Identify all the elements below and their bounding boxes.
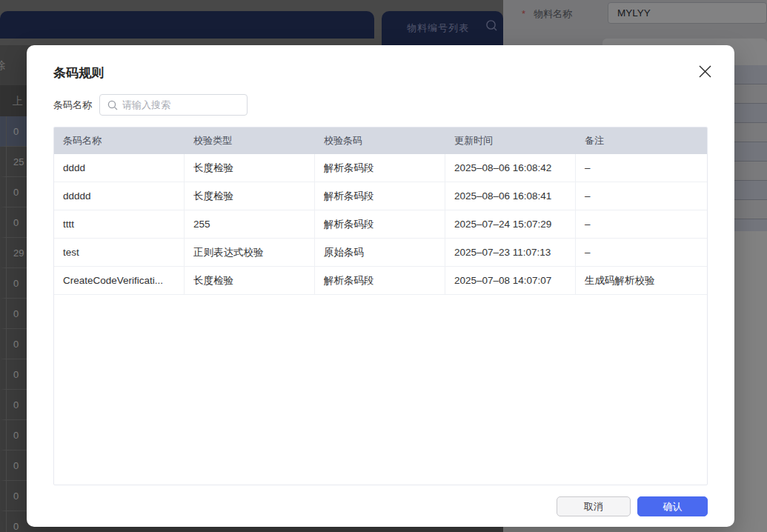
table-cell: 2025–08–06 16:08:41 [445, 182, 576, 210]
table-cell: 2025–07–24 15:07:29 [445, 210, 576, 238]
table-cell: – [576, 154, 707, 182]
column-header: 校验条码 [315, 127, 445, 154]
column-header: 备注 [576, 127, 707, 154]
column-header: 更新时间 [445, 127, 576, 154]
table-cell: 解析条码段 [315, 267, 445, 294]
table-body: dddd长度检验解析条码段2025–08–06 16:08:42–ddddd长度… [54, 154, 707, 295]
close-button[interactable] [696, 64, 714, 82]
column-header: 校验类型 [185, 127, 315, 154]
barcode-name-filter-label: 条码名称 [53, 99, 92, 112]
table-cell: – [576, 239, 707, 266]
table-cell: 长度检验 [185, 154, 315, 182]
search-filter-row: 条码名称 [53, 94, 248, 116]
table-cell: 解析条码段 [315, 182, 445, 210]
barcode-rules-table: 条码名称校验类型校验条码更新时间备注 dddd长度检验解析条码段2025–08–… [53, 127, 708, 485]
table-cell: 原始条码 [315, 239, 445, 266]
barcode-name-search-input[interactable] [122, 95, 245, 115]
cancel-button[interactable]: 取消 [557, 496, 631, 516]
table-row[interactable]: CreateCodeVerificati...长度检验解析条码段2025–07–… [54, 267, 707, 295]
table-cell: 解析条码段 [315, 210, 445, 238]
barcode-rules-dialog: 条码规则 条码名称 条码名称校验类型校验条码更新时间备注 dddd长度检验解析条… [27, 45, 734, 527]
table-cell: 正则表达式校验 [185, 239, 315, 266]
table-cell: CreateCodeVerificati... [54, 267, 185, 294]
dialog-footer: 取消 确认 [557, 496, 708, 516]
dialog-title: 条码规则 [53, 64, 104, 82]
table-row[interactable]: ddddd长度检验解析条码段2025–08–06 16:08:41– [54, 182, 707, 210]
table-cell: 2025–07–23 11:07:13 [445, 239, 576, 266]
table-cell: 长度检验 [185, 267, 315, 294]
table-row[interactable]: dddd长度检验解析条码段2025–08–06 16:08:42– [54, 154, 707, 182]
table-cell: dddd [54, 154, 185, 182]
table-cell: 255 [185, 210, 315, 238]
table-header-row: 条码名称校验类型校验条码更新时间备注 [54, 127, 707, 154]
table-cell: 2025–08–06 16:08:42 [445, 154, 576, 182]
table-cell: 生成码解析校验 [576, 267, 707, 294]
table-cell: 长度检验 [185, 182, 315, 210]
confirm-button[interactable]: 确认 [637, 496, 708, 516]
column-header: 条码名称 [54, 127, 185, 154]
table-row[interactable]: test正则表达式校验原始条码2025–07–23 11:07:13– [54, 239, 707, 267]
table-cell: ddddd [54, 182, 185, 210]
table-cell: tttt [54, 210, 185, 238]
table-cell: 2025–07–08 14:07:07 [445, 267, 576, 294]
search-icon [107, 100, 118, 110]
close-icon [698, 64, 712, 81]
table-cell: – [576, 182, 707, 210]
table-cell: test [54, 239, 185, 266]
table-row[interactable]: tttt255解析条码段2025–07–24 15:07:29– [54, 210, 707, 239]
barcode-name-search-box [99, 94, 248, 116]
table-cell: 解析条码段 [315, 154, 445, 182]
table-cell: – [576, 210, 707, 238]
